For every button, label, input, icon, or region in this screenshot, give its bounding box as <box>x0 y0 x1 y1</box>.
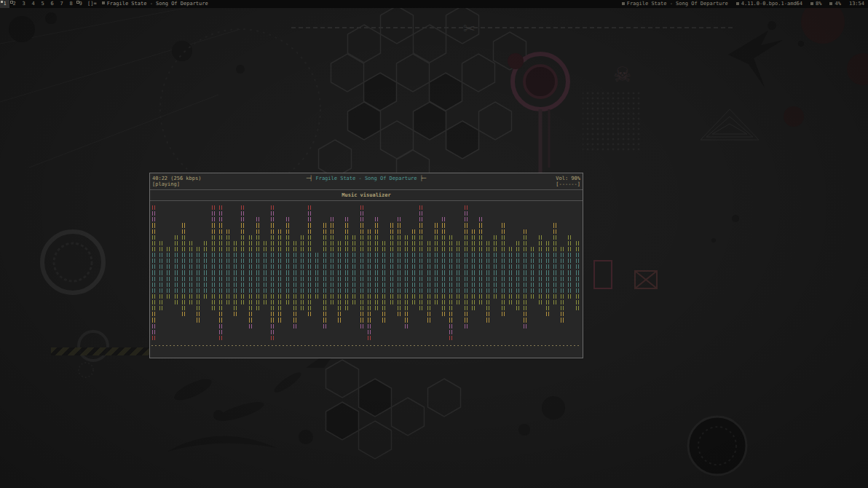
tag-label: 6 <box>50 1 53 7</box>
cpu-status: 8% <box>810 0 821 8</box>
volume-bar: [------] <box>556 181 580 187</box>
now-playing-status: Fragile State - Song Of Departure <box>622 0 728 8</box>
mem-status: 4% <box>829 0 840 8</box>
bar-status-area: Fragile State - Song Of Departure 4.11.0… <box>622 0 868 8</box>
music-icon <box>622 2 625 5</box>
visualizer-header: Music visualizer <box>150 189 583 201</box>
scissors-icon: ✂ <box>463 20 476 37</box>
mem-icon <box>829 2 832 5</box>
tag-3[interactable]: 3 <box>19 0 28 8</box>
x-box-icon <box>635 271 657 288</box>
tag-2[interactable]: 2 <box>9 0 19 8</box>
tag-label: 2 <box>12 1 15 7</box>
concentric-circles <box>508 53 568 182</box>
tag-indicator <box>1 1 3 3</box>
layout-symbol[interactable]: []= <box>87 0 97 8</box>
tag-label: 1 <box>3 1 6 7</box>
terminal-window[interactable]: 40:22 (256 kbps) ─┤ Fragile State - Song… <box>149 173 583 358</box>
tag-6[interactable]: 6 <box>47 0 57 8</box>
tag-label: 8 <box>69 1 72 7</box>
workspace-tags: 1 2 3 4 5 6 7 8 9 <box>0 0 85 8</box>
tag-label: 7 <box>60 1 63 7</box>
tag-9[interactable]: 9 <box>76 0 85 8</box>
tag-label: 9 <box>79 1 82 7</box>
foliage-silhouette <box>167 342 342 452</box>
player-state-line: [playing] [------] <box>150 181 583 186</box>
focused-window-title: Fragile State - Song Of Departure <box>102 0 208 8</box>
kernel-icon <box>736 2 739 5</box>
red-tint-blobs <box>784 0 868 127</box>
diagonal-lines <box>0 7 240 168</box>
title-icon <box>102 1 105 4</box>
clock: 13:54 <box>849 0 864 8</box>
status-bar: 1 2 3 4 5 6 7 8 9 []= Fragile State - So… <box>0 0 868 8</box>
tag-indicator <box>10 1 13 4</box>
music-visualizer <box>150 205 583 341</box>
focused-window-title-text: Fragile State - Song Of Departure <box>107 1 208 7</box>
tag-8[interactable]: 8 <box>66 0 76 8</box>
bird-silhouette <box>728 31 783 87</box>
halftone-patch <box>583 91 641 153</box>
skull-icon: ☠ <box>613 63 631 87</box>
red-rect-outline <box>594 261 612 288</box>
tag-1[interactable]: 1 <box>0 0 9 8</box>
tag-label: 5 <box>41 1 44 7</box>
target-rings <box>42 232 108 377</box>
kernel-status: 4.11.0-0.bpo.1-amd64 <box>736 0 802 8</box>
player-status-line: 40:22 (256 kbps) ─┤ Fragile State - Song… <box>150 175 583 181</box>
tag-label: 4 <box>31 1 34 7</box>
triangle-outline <box>701 109 759 140</box>
tag-label: 3 <box>22 1 25 7</box>
tag-indicator <box>76 1 79 4</box>
bottom-dashed-line <box>151 345 581 346</box>
tag-7[interactable]: 7 <box>57 0 66 8</box>
playback-state: [playing] <box>152 181 180 187</box>
cpu-icon <box>810 2 813 5</box>
tag-5[interactable]: 5 <box>38 0 47 8</box>
tag-4[interactable]: 4 <box>28 0 38 8</box>
big-circle <box>688 417 746 475</box>
